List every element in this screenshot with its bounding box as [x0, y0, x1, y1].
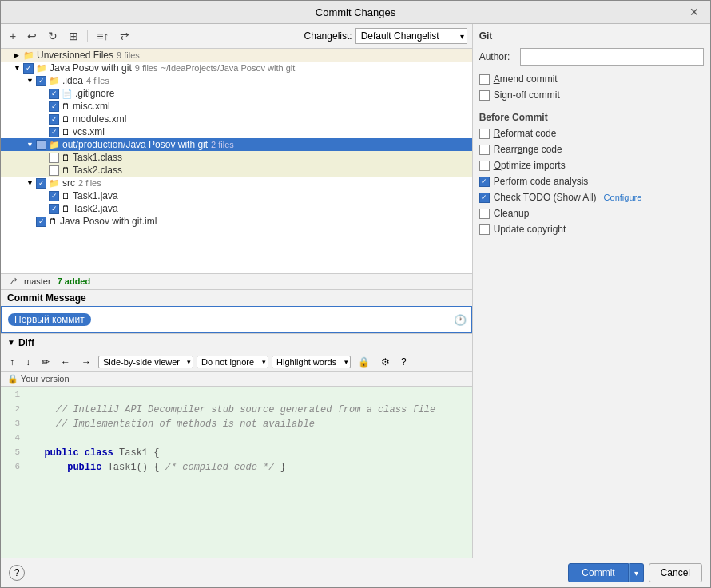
- viewer-dropdown[interactable]: Side-by-side viewer: [98, 356, 193, 368]
- line-number: 1: [1, 390, 26, 404]
- line-content: public Task1() { /* compiled code */ }: [26, 462, 286, 476]
- checkbox-gitignore[interactable]: ✓: [49, 89, 59, 99]
- commit-arrow-button[interactable]: ▾: [629, 563, 644, 582]
- tree-item-iml[interactable]: ✓ 🗒 Java Posov with git.iml: [1, 215, 472, 228]
- optimize-imports-checkbox[interactable]: [479, 161, 490, 171]
- lock-button[interactable]: 🔒: [354, 355, 374, 369]
- highlight-dropdown-wrapper: Highlight words: [272, 356, 351, 368]
- close-button[interactable]: ✕: [686, 6, 702, 18]
- tree-item-task2-java[interactable]: ✓ 🗒 Task2.java: [1, 202, 472, 215]
- tree-item-modules[interactable]: ✓ 🗒 modules.xml: [1, 113, 472, 125]
- changelist-label: Changelist:: [304, 30, 352, 42]
- diff-toggle-icon[interactable]: ▼: [7, 338, 15, 347]
- java-posov-path: ~/IdeaProjects/Java Posov with git: [161, 63, 295, 73]
- cancel-button[interactable]: Cancel: [649, 563, 702, 582]
- status-bar: ⎇ master 7 added: [1, 273, 472, 290]
- nav-back-button[interactable]: ←: [57, 355, 74, 369]
- diff-header: ▼ Diff: [1, 334, 472, 352]
- group-button[interactable]: ⊞: [65, 27, 82, 45]
- nav-forward-button[interactable]: →: [77, 355, 95, 369]
- main-content: + ↩ ↻ ⊞ ≡↑ ⇄ Changelist: Default Changel…: [1, 24, 710, 558]
- checkbox-src[interactable]: ✓: [36, 178, 46, 189]
- checkbox-task2-class[interactable]: [49, 165, 59, 176]
- add-button[interactable]: +: [6, 27, 20, 45]
- spacer: [39, 89, 49, 97]
- checkbox-java-posov[interactable]: ✓: [23, 63, 34, 74]
- xml-icon: 🗒: [62, 101, 70, 111]
- folder-icon: 📁: [49, 178, 60, 189]
- signoff-commit-checkbox[interactable]: [479, 90, 490, 101]
- checkbox-iml[interactable]: ✓: [36, 217, 46, 227]
- rearrange-code-label: Rearrange code: [494, 144, 562, 155]
- java-posov-label: Java Posov with git: [50, 62, 132, 74]
- expand-button[interactable]: ⇄: [116, 27, 133, 45]
- checkbox-task1-class[interactable]: [49, 153, 59, 163]
- line-content: [26, 433, 33, 447]
- tree-item-task1-java[interactable]: ✓ 🗒 Task1.java: [1, 189, 472, 202]
- changelist-dropdown[interactable]: Default Changelist: [356, 28, 467, 44]
- settings-button[interactable]: ⚙: [377, 355, 394, 369]
- line-number: 2: [1, 404, 26, 419]
- tree-item-idea[interactable]: ▼ ✓ 📁 .idea 4 files: [1, 74, 472, 87]
- tree-item-misc[interactable]: ✓ 🗒 misc.xml: [1, 100, 472, 113]
- tree-item-task1-class[interactable]: 🗒 Task1.class: [1, 151, 472, 164]
- folder-icon: 📁: [23, 50, 34, 61]
- help-button[interactable]: ?: [9, 565, 25, 581]
- checkbox-task1-java[interactable]: ✓: [49, 191, 59, 201]
- commit-main-button[interactable]: Commit: [568, 563, 628, 582]
- code-line-1: 1: [1, 390, 472, 404]
- out-label: out/production/Java Posov with git: [62, 139, 208, 150]
- commit-message-content[interactable]: Первый коммит: [2, 307, 471, 332]
- nav-down-button[interactable]: ↓: [22, 355, 34, 369]
- commit-button-group: Commit ▾: [568, 563, 643, 582]
- task1-java-label: Task1.java: [73, 190, 118, 201]
- modules-label: modules.xml: [73, 113, 126, 125]
- collapse-button[interactable]: ≡↑: [93, 27, 113, 45]
- java-icon: 🗒: [62, 191, 70, 201]
- cleanup-checkbox[interactable]: [479, 209, 490, 219]
- checkbox-vcs[interactable]: ✓: [49, 127, 59, 137]
- bottom-bar: ? Commit ▾ Cancel: [1, 558, 710, 587]
- line-content: [26, 390, 33, 404]
- spacer: [39, 192, 49, 200]
- rearrange-code-checkbox[interactable]: [479, 145, 490, 155]
- perform-analysis-checkbox[interactable]: ✓: [479, 177, 490, 187]
- amend-commit-checkbox[interactable]: [479, 74, 490, 85]
- task2-class-label: Task2.class: [73, 165, 122, 176]
- tree-item-task2-class[interactable]: 🗒 Task2.class: [1, 164, 472, 177]
- tree-item-unversioned[interactable]: ▶ 📁 Unversioned Files 9 files: [1, 49, 472, 62]
- help-diff-button[interactable]: ?: [397, 355, 411, 369]
- configure-link[interactable]: Configure: [604, 193, 642, 202]
- diff-section: ▼ Diff ↑ ↓ ✏ ← → Side-by-side viewer: [1, 334, 472, 558]
- tree-item-src[interactable]: ▼ ✓ 📁 src 2 files: [1, 177, 472, 189]
- tree-item-java-posov-root[interactable]: ▼ ✓ 📁 Java Posov with git 9 files ~/Idea…: [1, 62, 472, 74]
- reformat-code-checkbox[interactable]: [479, 129, 490, 139]
- checkbox-misc[interactable]: ✓: [49, 101, 59, 112]
- left-panel: + ↩ ↻ ⊞ ≡↑ ⇄ Changelist: Default Changel…: [1, 24, 473, 558]
- checkbox-idea[interactable]: ✓: [36, 76, 46, 86]
- vcs-label: vcs.xml: [73, 126, 105, 137]
- src-count: 2 files: [78, 178, 101, 188]
- highlight-dropdown[interactable]: Highlight words: [272, 356, 351, 368]
- nav-up-button[interactable]: ↑: [6, 355, 18, 369]
- update-copyright-checkbox[interactable]: [479, 224, 490, 235]
- line-content: public class Task1 {: [26, 447, 159, 462]
- checkbox-out[interactable]: [36, 140, 46, 150]
- checkbox-task2-java[interactable]: ✓: [49, 204, 59, 214]
- refresh-button[interactable]: ↻: [44, 27, 62, 45]
- rearrange-code-row: Rearrange code: [479, 144, 704, 155]
- tree-item-out[interactable]: ▼ 📁 out/production/Java Posov with git 2…: [1, 138, 472, 151]
- tree-item-vcs[interactable]: ✓ 🗒 vcs.xml: [1, 125, 472, 138]
- undo-button[interactable]: ↩: [23, 27, 41, 45]
- branch-name: master: [24, 276, 51, 286]
- tree-item-gitignore[interactable]: ✓ 📄 .gitignore: [1, 87, 472, 100]
- cleanup-row: Cleanup: [479, 208, 704, 219]
- checkbox-modules[interactable]: ✓: [49, 114, 59, 125]
- amend-commit-row: Amend commit: [479, 74, 704, 85]
- author-input[interactable]: [520, 48, 704, 66]
- check-todo-checkbox[interactable]: ✓: [479, 193, 490, 203]
- ignore-dropdown[interactable]: Do not ignore: [197, 356, 268, 368]
- spacer: [39, 153, 49, 161]
- commit-message-section: Commit Message Первый коммит 🕐: [1, 290, 472, 334]
- nav-edit-button[interactable]: ✏: [38, 355, 54, 369]
